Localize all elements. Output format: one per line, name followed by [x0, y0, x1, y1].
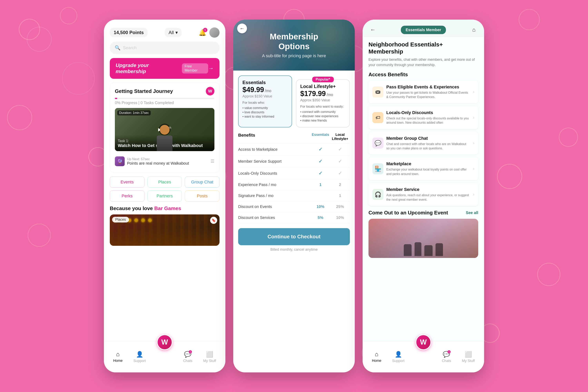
benefit-card-marketplace[interactable]: 🏪 Marketplace Exchange your walkabout lo…	[368, 158, 478, 180]
video-thumbnail[interactable]: Duration: 1min 37sec ▶ Watch Now Task 1:…	[115, 108, 214, 151]
list-icon: ☰	[210, 159, 214, 164]
phone3-home-label: Home	[372, 359, 382, 363]
notification-bell[interactable]: 🔔 5	[198, 29, 206, 36]
nav-support[interactable]: 👤 Support	[134, 351, 146, 363]
phone3-nav-support[interactable]: 👤 Support	[392, 351, 404, 363]
support-icon: 👤	[136, 351, 143, 358]
chats-icon-wrapper: 💬 5	[184, 351, 191, 358]
journey-title: Getting Started Journey	[115, 88, 173, 94]
membership-page-subtitle: Explore your benefits, chat with other m…	[368, 57, 478, 68]
quick-actions-grid: Events Places Group Chat Perks Partners …	[110, 176, 220, 202]
phone3-back-button[interactable]: ←	[368, 26, 377, 34]
service-discount-name: Discount on Services	[238, 216, 311, 220]
phone3-my-stuff-icon: ⬜	[465, 351, 472, 358]
up-next-label: Up Next: 57sec	[127, 157, 208, 161]
membership-title: MembershipOptions	[262, 32, 326, 52]
phone3-home-icon: ⌂	[375, 351, 378, 358]
user-avatar[interactable]	[209, 28, 220, 38]
walkabout-logo[interactable]: W	[157, 334, 172, 350]
phone1-content: 14,500 Points All ▾ 🔔 5 🔍	[104, 20, 226, 341]
progress-bar	[115, 98, 214, 99]
discounts-info: Locals-Only Discounts Check out the spec…	[386, 110, 470, 125]
service-discount-col2: 10%	[330, 216, 350, 220]
marketplace-benefit-name: Marketplace	[386, 161, 470, 166]
passes-desc: Use your passes to get tickets to Walkab…	[386, 90, 470, 99]
phone3-chats-label: Chats	[442, 359, 451, 363]
back-button[interactable]: ←	[237, 24, 247, 33]
benefit-row-service: Member Service Support ✓ ✓	[238, 156, 350, 168]
benefit-card-passes[interactable]: 🎟 Pass Eligible Events & Experiences Use…	[368, 80, 478, 103]
nav-chats[interactable]: 💬 5 Chats	[183, 351, 192, 363]
partners-button[interactable]: Partners	[148, 190, 182, 202]
points-badge[interactable]: 14,500 Points	[110, 28, 148, 37]
places-category-badge: Places	[112, 217, 129, 222]
member-service-name: Member Service	[386, 187, 470, 192]
phone3-header: ← Essentials Member ⌂	[362, 20, 484, 37]
search-bar[interactable]: 🔍 Search	[110, 42, 220, 54]
benefit-row-event-discount: Discount on Events 10% 25%	[238, 201, 350, 212]
benefit-card-group-chat[interactable]: 💬 Member Group Chat Chat and connect wit…	[368, 132, 478, 155]
upgrade-arrow: →	[208, 65, 214, 72]
local-lifestyle-column-header: Local Lifestyle+	[330, 133, 350, 141]
video-duration: Duration: 1min 37sec	[117, 110, 151, 116]
essentials-period: /mo	[265, 88, 271, 93]
filter-dropdown[interactable]: All ▾	[165, 28, 182, 37]
billing-note: Billed monthly, cancel anytime	[238, 248, 350, 252]
perks-button[interactable]: Perks	[110, 190, 144, 202]
essentials-member-badge: Essentials Member	[401, 26, 446, 34]
events-button[interactable]: Events	[110, 176, 144, 188]
event-image-bg	[368, 219, 478, 258]
group-chat-icon: 💬	[372, 138, 384, 148]
phone3-nav-home[interactable]: ⌂ Home	[372, 351, 382, 363]
pricing-plans: Essentials $49.99 /mo Approx $150 Value …	[233, 70, 355, 130]
benefit-row-experience-pass: Experience Pass / mo 1 2	[238, 179, 350, 190]
phone3-my-stuff-label: My Stuff	[462, 359, 475, 363]
see-all-button[interactable]: See all	[466, 210, 478, 215]
essentials-column-header: Essentials	[311, 133, 330, 141]
signature-pass-name: Signature Pass / mo	[238, 194, 311, 198]
upgrade-banner[interactable]: Upgrade your membership Free Member →	[110, 58, 220, 79]
local-lifestyle-plan[interactable]: Popular* Local Lifestyle+ $179.99 /mo Ap…	[296, 80, 350, 128]
phone3-walkabout-logo[interactable]: W	[416, 334, 431, 350]
benefit-card-member-service[interactable]: 🎧 Member Service Ask questions, reach ou…	[368, 183, 478, 206]
essentials-plan[interactable]: Essentials $49.99 /mo Approx $150 Value …	[238, 76, 292, 128]
journey-card: Getting Started Journey W 0% Progress | …	[110, 83, 220, 173]
posts-button[interactable]: Posts	[185, 190, 220, 202]
bar-image[interactable]: Places 🔖	[110, 214, 220, 246]
because-section: Because you love Bar Games Pl	[110, 206, 220, 246]
nav-my-stuff[interactable]: ⬜ My Stuff	[203, 351, 216, 363]
nav-home[interactable]: ⌂ Home	[113, 351, 123, 363]
upcoming-event-image[interactable]	[368, 219, 478, 258]
phone3-chats-badge: 5	[448, 350, 450, 354]
experience-pass-name: Experience Pass / mo	[238, 182, 311, 187]
benefit-row-service-discount: Discount on Services 5% 10%	[238, 212, 350, 223]
benefit-card-discounts[interactable]: 🏷 Locals-Only Discounts Check out the sp…	[368, 106, 478, 129]
local-lifestyle-price: $179.99	[300, 90, 326, 97]
places-button[interactable]: Places	[148, 176, 182, 188]
phone3-nav-my-stuff[interactable]: ⬜ My Stuff	[462, 351, 475, 363]
bookmark-icon[interactable]: 🔖	[210, 217, 217, 224]
passes-icon: 🎟	[372, 86, 384, 98]
member-service-icon: 🎧	[372, 189, 384, 200]
service-col2: ✓	[330, 158, 350, 164]
discounts-desc: Check out the special locals-only discou…	[386, 116, 470, 125]
local-lifestyle-features: connect with community discover new expe…	[300, 110, 346, 122]
phone3-home-button[interactable]: ⌂	[470, 26, 478, 34]
member-service-desc: Ask questions, reach out about your expe…	[386, 193, 470, 202]
discounts-chevron: ›	[473, 115, 474, 120]
up-next-row[interactable]: 🔮 Up Next: 57sec Points are real money a…	[115, 154, 214, 168]
cta-section: Continue to Checkout Billed monthly, can…	[233, 223, 355, 254]
group-chat-button[interactable]: Group Chat	[185, 176, 220, 188]
group-chat-info: Member Group Chat Chat and connect with …	[386, 136, 470, 151]
phone3-nav-chats[interactable]: 💬 5 Chats	[442, 351, 451, 363]
benefits-comparison-table: Benefits Essentials Local Lifestyle+ Acc…	[233, 130, 355, 223]
group-chat-desc: Chat and connect with other locals who a…	[386, 142, 470, 151]
hero-text: MembershipOptions A sub-title for pricin…	[262, 32, 326, 58]
check-icon-2: ✓	[318, 158, 322, 164]
local-lifestyle-price-row: $179.99 /mo	[300, 90, 346, 97]
upgrade-text: Upgrade your membership	[116, 62, 180, 74]
membership-page-title: Neighborhood Essentials+ Membership	[368, 41, 478, 55]
member-service-info: Member Service Ask questions, reach out …	[386, 187, 470, 202]
marketplace-col1: ✓	[311, 146, 330, 152]
checkout-button[interactable]: Continue to Checkout	[238, 228, 350, 245]
